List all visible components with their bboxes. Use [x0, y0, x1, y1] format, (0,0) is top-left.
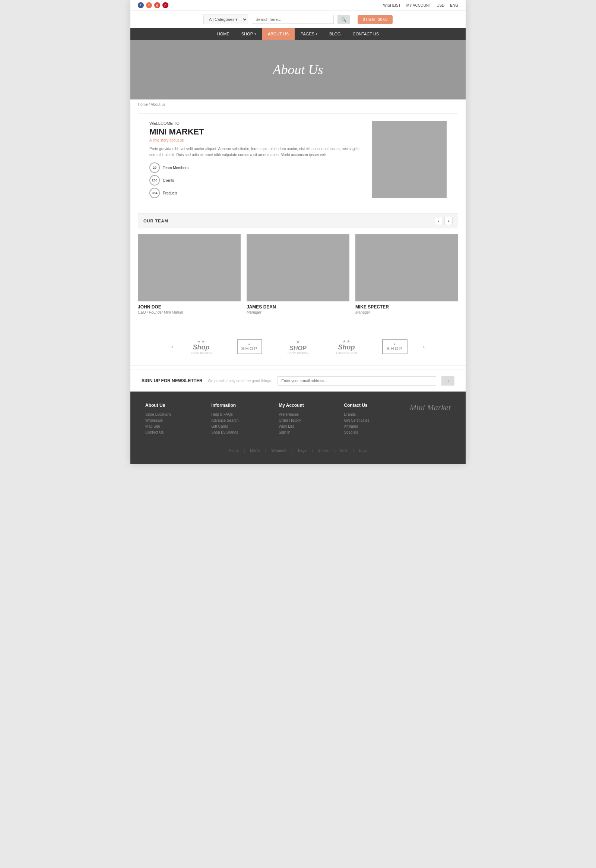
team-name-2: JAMES DEAN [246, 304, 350, 310]
about-section: WELLCOME TO MINI MARKET A little story a… [138, 113, 458, 206]
footer-col-about-links: Store Locations Wholesale Map Site Conta… [145, 412, 171, 434]
footer-link[interactable]: Store Locations [145, 412, 171, 416]
footer-col-contact-links: Brands Gift Certificates Affiliates Spec… [344, 412, 369, 434]
breadcrumb-home[interactable]: Home [138, 102, 148, 106]
nav-shop[interactable]: SHOP▾ [235, 28, 262, 40]
brands-next-button[interactable]: › [423, 344, 425, 350]
footer-bottom-bags[interactable]: Bags [298, 449, 307, 453]
brand-logo-2: ▲ SHOP [229, 336, 270, 358]
search-bar: All Categories ▾ 🔍 0 ITEM - $0.00 [130, 11, 466, 28]
stat-clients: 250 Clients [149, 175, 361, 186]
footer-bottom-shoes[interactable]: Shoes [318, 449, 329, 453]
footer-bottom: Home | Men's | Women's | Bags | Shoes | … [145, 444, 451, 453]
stat-team-value: 29 [149, 162, 160, 173]
footer-bottom-mens[interactable]: Men's [250, 449, 260, 453]
team-cards: JOHN DOE CEO / Founder Mini Market JAMES… [138, 228, 458, 320]
about-subtitle: A little story about us [149, 138, 361, 142]
team-card-2: JAMES DEAN Manager [246, 234, 350, 314]
footer-link[interactable]: Advance Search [211, 418, 238, 422]
footer-col-about: About Us Store Locations Wholesale Map S… [145, 403, 171, 436]
footer-bottom-boys[interactable]: Boys [359, 449, 367, 453]
team-card-3: MIKE SPECTER Manager [356, 234, 458, 314]
brand-logo-1-inner: ★ ★ Shop LOGO DESIGN [191, 340, 212, 355]
stat-clients-value: 250 [149, 175, 160, 186]
pinterest-icon[interactable]: p [162, 2, 168, 8]
team-section: OUR TEAM ‹ › JOHN DOE CEO / Founder Mini… [138, 214, 458, 320]
footer-link[interactable]: Affiliates [344, 424, 369, 428]
top-bar: f t g p WISHLIST MY ACCOUNT USD ENG [130, 0, 466, 11]
brands-prev-button[interactable]: ‹ [171, 344, 173, 350]
brand-logo-1: ★ ★ Shop LOGO DESIGN [181, 336, 222, 358]
team-photo-1 [138, 234, 240, 301]
footer-link[interactable]: Contact Us [145, 430, 171, 434]
search-button[interactable]: 🔍 [338, 15, 350, 24]
nav-about[interactable]: ABOUT US [262, 28, 295, 40]
footer-link[interactable]: Wish List [279, 424, 304, 428]
shop-arrow: ▾ [254, 32, 256, 36]
top-links: WISHLIST MY ACCOUNT USD ENG [383, 3, 458, 7]
footer-link[interactable]: Wholesale [145, 418, 171, 422]
footer-link[interactable]: Gift Cards [211, 424, 238, 428]
about-pretitle: WELLCOME TO [149, 121, 361, 125]
about-stats: 29 Team Members 250 Clients 384 Products [149, 162, 361, 198]
about-image [372, 121, 447, 198]
team-role-1: CEO / Founder Mini Market [138, 310, 240, 314]
about-title: MINI MARKET [149, 127, 361, 137]
footer-link[interactable]: Preferences [279, 412, 304, 416]
main-nav: HOME SHOP▾ ABOUT US PAGES▾ BLOG CONTACT … [130, 28, 466, 40]
footer-col-info-title: Information [211, 403, 238, 408]
team-title: OUR TEAM [143, 218, 168, 223]
my-account-link[interactable]: MY ACCOUNT [406, 3, 431, 7]
footer-link[interactable]: Order History [279, 418, 304, 422]
footer: About Us Store Locations Wholesale Map S… [130, 391, 466, 464]
footer-link[interactable]: Specials [344, 430, 369, 434]
team-next-button[interactable]: › [444, 217, 453, 225]
footer-col-contact-title: Contact Us [344, 403, 369, 408]
footer-col-account-title: My Account [279, 403, 304, 408]
wishlist-link[interactable]: WISHLIST [383, 3, 400, 7]
twitter-icon[interactable]: t [146, 2, 152, 8]
language-select[interactable]: ENG [450, 3, 458, 7]
team-role-3: Manager [356, 310, 458, 314]
category-select[interactable]: All Categories ▾ [204, 15, 248, 24]
brands-section: ‹ ★ ★ Shop LOGO DESIGN ▲ SHOP ✕ SHOP LOG… [130, 328, 466, 366]
footer-col-about-title: About Us [145, 403, 171, 408]
about-text: WELLCOME TO MINI MARKET A little story a… [149, 121, 361, 198]
cart-button[interactable]: 0 ITEM - $0.00 [358, 15, 392, 24]
footer-link[interactable]: Gift Certificates [344, 418, 369, 422]
pages-arrow: ▾ [316, 32, 317, 36]
breadcrumb-current: About us [150, 102, 165, 106]
stat-team: 29 Team Members [149, 162, 361, 173]
footer-link[interactable]: Help & FAQs [211, 412, 238, 416]
hero-banner: About Us [130, 40, 466, 99]
facebook-icon[interactable]: f [138, 2, 144, 8]
newsletter-input[interactable] [277, 376, 437, 385]
footer-col-account: My Account Preferences Order History Wis… [279, 403, 304, 436]
brand-logo-3: ✕ SHOP LOGO DESIGN [277, 336, 319, 358]
footer-link[interactable]: Map Site [145, 424, 171, 428]
stat-products: 384 Products [149, 188, 361, 198]
footer-bottom-girls[interactable]: Girls [340, 449, 348, 453]
nav-blog[interactable]: BLOG [323, 28, 347, 40]
nav-home[interactable]: HOME [211, 28, 235, 40]
footer-logo: Mini Market [409, 403, 451, 412]
team-nav: ‹ › [435, 217, 453, 225]
footer-bottom-womens[interactable]: Women's [271, 449, 286, 453]
newsletter-submit-button[interactable]: → [441, 376, 454, 385]
team-name-3: MIKE SPECTER [356, 304, 458, 310]
footer-link[interactable]: Sign In [279, 430, 304, 434]
footer-col-info-links: Help & FAQs Advance Search Gift Cards Sh… [211, 412, 238, 434]
nav-contact[interactable]: CONTACT US [347, 28, 385, 40]
team-prev-button[interactable]: ‹ [435, 217, 443, 225]
footer-bottom-home[interactable]: Home [229, 449, 239, 453]
search-input[interactable] [252, 15, 334, 24]
about-body: Proin gravida nibh vel velit auctor aliq… [149, 146, 361, 158]
googleplus-icon[interactable]: g [154, 2, 160, 8]
footer-link[interactable]: Brands [344, 412, 369, 416]
nav-pages[interactable]: PAGES▾ [295, 28, 323, 40]
footer-link[interactable]: Shop By Brands [211, 430, 238, 434]
currency-select[interactable]: USD [437, 3, 444, 7]
stat-team-label: Team Members [163, 166, 189, 170]
newsletter-title: SIGN UP FOR NEWSLETTER [142, 378, 203, 383]
newsletter-section: SIGN UP FOR NEWSLETTER We promise only s… [130, 369, 466, 391]
